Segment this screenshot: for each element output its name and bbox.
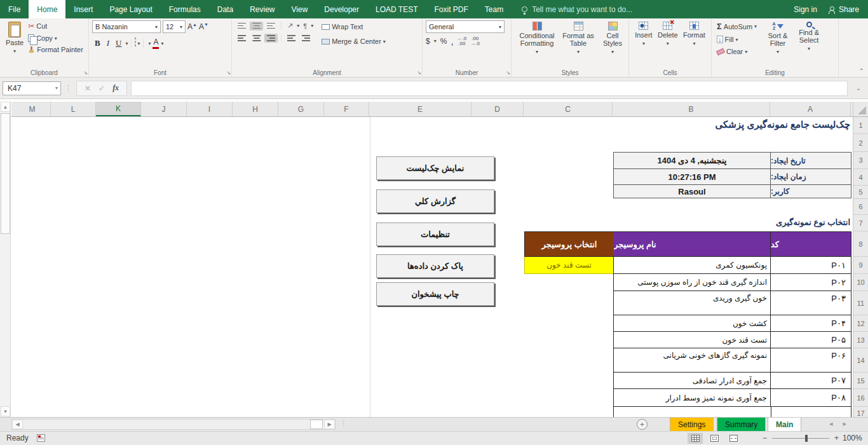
row-header[interactable]: 7 [853, 215, 868, 231]
row-header[interactable]: 4 [853, 169, 868, 186]
wrap-text-button[interactable]: Wrap Text [320, 22, 388, 32]
dialog-launcher-icon[interactable]: ↘ [506, 70, 510, 76]
created-time-label[interactable]: زمان ایجاد: [771, 169, 851, 184]
vertical-scroll-thumb[interactable] [1, 113, 10, 234]
orientation-button[interactable]: ↗ [285, 20, 295, 31]
font-color-button[interactable]: A [152, 38, 159, 49]
fill-button[interactable]: ↓Fill ▾ [715, 34, 759, 44]
row-header[interactable]: 15 [853, 373, 868, 389]
italic-button[interactable]: I [104, 38, 112, 48]
scroll-down-icon[interactable]: ▼ [1, 406, 10, 416]
cut-button[interactable]: ✂Cut [26, 20, 85, 32]
format-cells-button[interactable]: Format ▾ [681, 20, 708, 67]
tab-developer[interactable]: Developer [316, 0, 367, 18]
row-header[interactable]: 17 [853, 407, 868, 417]
row-header[interactable]: 13 [853, 332, 868, 348]
text-direction-button[interactable]: ¶ [301, 21, 309, 31]
dialog-launcher-icon[interactable]: ↘ [226, 70, 231, 76]
insert-function-icon[interactable]: fx [112, 83, 119, 93]
general-report-button[interactable]: گزارش کلي [376, 189, 494, 213]
decrease-indent-button[interactable] [285, 34, 298, 43]
macro-record-icon[interactable] [37, 434, 45, 442]
row-header[interactable]: 12 [853, 315, 868, 332]
formula-input[interactable] [131, 81, 848, 96]
procedure-code-cell[interactable]: P۰۲ [771, 274, 851, 291]
borders-button[interactable] [135, 38, 136, 48]
header-procedure-name[interactable]: نام پروسیجر [614, 232, 771, 256]
procedure-name-cell[interactable]: اندازه گیری قند خون از راه سوزن پوستی [614, 274, 771, 291]
zoom-level[interactable]: 100% [843, 434, 862, 442]
borders-dropdown[interactable]: ▾ [137, 41, 140, 46]
tab-foxit-pdf[interactable]: Foxit PDF [426, 0, 476, 18]
sign-in-link[interactable]: Sign in [794, 5, 817, 14]
insert-cells-button[interactable]: Insert ▾ [632, 20, 655, 67]
align-right-button[interactable] [264, 34, 278, 43]
table-row[interactable]: پونکسیون کمری P۰۱ [614, 257, 851, 274]
tab-load-test[interactable]: LOAD TEST [367, 0, 426, 18]
print-dashboard-button[interactable]: چاپ پیشخوان [376, 282, 494, 306]
row-header[interactable]: 16 [853, 389, 868, 407]
collapse-ribbon-icon[interactable]: ⌃ [859, 67, 864, 74]
share-button[interactable]: Share [829, 5, 859, 14]
sort-filter-button[interactable]: AZ Sort & Filter ▾ [763, 20, 793, 67]
scroll-left-icon[interactable]: ◀ [12, 420, 23, 429]
show-checklist-button[interactable]: نمایش چک‌لیست [376, 156, 494, 180]
sheet-title-cell[interactable]: چک‌لیست جامع نمونه‌گیری پزشکی [715, 119, 850, 130]
format-painter-button[interactable]: Format Painter [26, 44, 85, 55]
cancel-icon[interactable]: ✕ [85, 84, 91, 93]
dialog-launcher-icon[interactable]: ↘ [417, 70, 421, 76]
procedure-name-cell[interactable]: جمع آوری ادرار تصادفی [614, 373, 771, 388]
zoom-out-button[interactable]: − [763, 434, 767, 442]
created-date-label[interactable]: تاریخ ایجاد: [771, 153, 851, 168]
align-left-button[interactable] [235, 34, 248, 43]
expand-formula-bar-icon[interactable]: ⌄ [851, 85, 865, 92]
column-header[interactable]: I [187, 102, 233, 116]
table-row[interactable]: اندازه گیری قند خون از راه سوزن پوستی P۰… [614, 274, 851, 291]
column-header[interactable]: J [141, 102, 187, 116]
normal-view-button[interactable] [688, 433, 703, 444]
tab-formulas[interactable]: Formulas [161, 0, 209, 18]
procedure-name-cell[interactable]: خون گیری وریدی [614, 291, 771, 315]
row-header[interactable]: 8 [853, 231, 868, 257]
column-header[interactable]: E [369, 102, 471, 116]
user-label[interactable]: کاربر: [771, 185, 851, 198]
header-select-procedure[interactable]: انتخاب پروسیجر [524, 231, 614, 257]
sheet-nav-arrows[interactable]: ◂▸ [829, 420, 857, 428]
sheet-tab-main[interactable]: Main [768, 418, 801, 432]
clear-button[interactable]: Clear ▾ [715, 46, 759, 57]
bottom-align-button[interactable] [264, 22, 278, 31]
new-sheet-button[interactable]: + [637, 419, 648, 430]
horizontal-scrollbar[interactable]: ◀ ▶ [11, 419, 336, 430]
decrease-font-icon[interactable]: A▼ [199, 22, 208, 31]
procedure-name-cell[interactable]: نمونه گیری گازهای خونی شریانی [614, 348, 771, 372]
procedure-code-cell[interactable]: P۰۵ [771, 332, 851, 348]
row-header[interactable]: 1 [853, 117, 868, 134]
row-header[interactable]: 10 [853, 274, 868, 291]
format-as-table-button[interactable]: Format as Table ▾ [559, 20, 597, 67]
table-row[interactable]: نمونه گیری گازهای خونی شریانی P۰۶ [614, 348, 851, 373]
number-format-select[interactable]: General▾ [426, 20, 505, 33]
column-header[interactable]: G [278, 102, 324, 116]
paste-button[interactable]: Paste ▾ [3, 20, 26, 67]
sheet-tab-settings[interactable]: Settings [670, 418, 714, 432]
row-header[interactable]: 6 [853, 199, 868, 215]
procedure-code-cell[interactable]: P۰۸ [771, 389, 851, 406]
table-row[interactable]: جمع آوری ادرار تصادفی P۰۷ [614, 373, 851, 389]
header-code[interactable]: کد [771, 232, 851, 256]
merge-center-button[interactable]: Merge & Center ▾ [320, 36, 388, 46]
column-header[interactable]: F [324, 102, 369, 116]
tab-data[interactable]: Data [209, 0, 241, 18]
column-header[interactable]: H [233, 102, 278, 116]
procedure-name-cell[interactable]: تست قند خون [614, 332, 771, 348]
procedure-name-cell[interactable]: پونکسیون کمری [614, 257, 771, 273]
cell-styles-button[interactable]: Cell Styles ▾ [597, 20, 628, 67]
procedure-name-cell[interactable]: جمع آوری نمونه تمیز وسط ادرار [614, 389, 771, 406]
user-value[interactable]: Rasoul [614, 185, 771, 198]
zoom-slider[interactable] [772, 438, 829, 439]
underline-dropdown[interactable]: ▾ [125, 41, 128, 46]
name-box[interactable]: K47▾ [3, 81, 61, 95]
scroll-right-icon[interactable]: ▶ [324, 420, 335, 429]
row-header[interactable]: 5 [853, 186, 868, 199]
conditional-formatting-button[interactable]: Conditional Formatting ▾ [515, 20, 559, 67]
tab-team[interactable]: Team [477, 0, 512, 18]
